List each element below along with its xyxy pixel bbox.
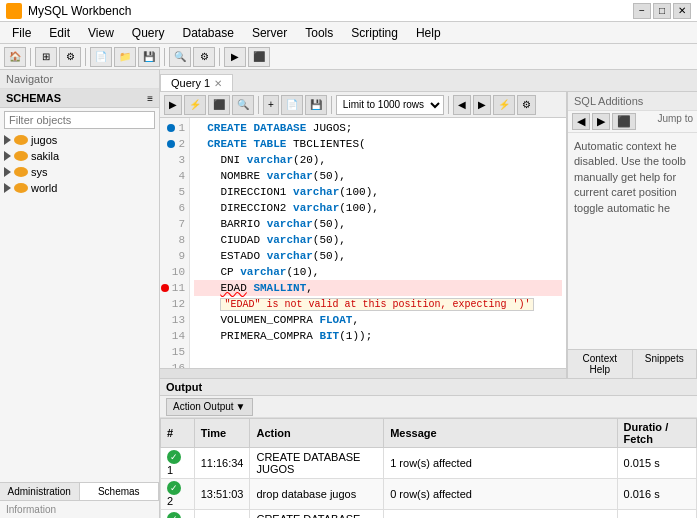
additions-bottom: Context Help Snippets — [568, 349, 697, 378]
schema-item-jugos[interactable]: jugos — [0, 132, 159, 148]
line-num-1: 1 — [160, 120, 189, 136]
toolbar-inspector[interactable]: 🔍 — [169, 47, 191, 67]
line-num-4: 4 — [160, 168, 189, 184]
stop-btn[interactable]: ⬛ — [208, 95, 230, 115]
cell-time: 13:51:03 — [194, 479, 250, 510]
snippets-btn[interactable]: Snippets — [633, 350, 698, 378]
additions-stop-btn[interactable]: ⬛ — [612, 113, 636, 130]
schema-item-sys[interactable]: sys — [0, 164, 159, 180]
toolbar-extra2[interactable]: ⬛ — [248, 47, 270, 67]
status-icon: ✓ — [167, 481, 181, 495]
minimize-button[interactable]: − — [633, 3, 651, 19]
line-marker-1 — [167, 124, 175, 132]
schema-item-world[interactable]: world — [0, 180, 159, 196]
additions-fwd-btn[interactable]: ▶ — [592, 113, 610, 130]
code-line-5: DIRECCION1 varchar(100), — [194, 184, 562, 200]
new-tab-btn[interactable]: + — [263, 95, 279, 115]
limit-select[interactable]: Limit to 1000 rows — [336, 95, 444, 115]
toolbar-sep-3 — [164, 48, 165, 66]
line-marker-2 — [167, 140, 175, 148]
main-toolbar: 🏠 ⊞ ⚙ 📄 📁 💾 🔍 ⚙ ▶ ⬛ — [0, 44, 697, 70]
menu-query[interactable]: Query — [124, 24, 173, 42]
flash-btn[interactable]: ⚡ — [493, 95, 515, 115]
open-btn[interactable]: 📄 — [281, 95, 303, 115]
toolbar-manage-conn[interactable]: ⚙ — [59, 47, 81, 67]
toolbar-options[interactable]: ⚙ — [193, 47, 215, 67]
menu-file[interactable]: File — [4, 24, 39, 42]
toolbar-new-schema[interactable]: 📄 — [90, 47, 112, 67]
line-num-16: 16 — [160, 360, 189, 368]
filter-box — [4, 111, 155, 129]
code-line-14: PRIMERA_COMPRA BIT(1)); — [194, 328, 562, 344]
menu-edit[interactable]: Edit — [41, 24, 78, 42]
query-tab-close[interactable]: ✕ — [214, 78, 222, 89]
nav-tabs: Administration Schemas — [0, 482, 159, 500]
code-lines[interactable]: CREATE DATABASE JUGOS; CREATE TABLE TBCL… — [190, 118, 566, 368]
cell-status: ✓ 3 — [161, 510, 195, 519]
toolbar-new-conn[interactable]: ⊞ — [35, 47, 57, 67]
toolbar-home[interactable]: 🏠 — [4, 47, 26, 67]
output-toolbar: Action Output ▼ — [160, 396, 697, 418]
toolbar-sep-2 — [85, 48, 86, 66]
prev-btn[interactable]: ◀ — [453, 95, 471, 115]
line-num-11: 11 — [160, 280, 189, 296]
cell-action: CREATE DATABASE JUGOS — [250, 448, 384, 479]
horizontal-scrollbar[interactable] — [160, 368, 566, 378]
menu-database[interactable]: Database — [175, 24, 242, 42]
tab-administration[interactable]: Administration — [0, 483, 80, 500]
line-marker-11 — [161, 284, 169, 292]
code-line-12: "EDAD" is not valid at this position, ex… — [194, 296, 562, 312]
save-btn[interactable]: 💾 — [305, 95, 327, 115]
editor-sep-3 — [448, 96, 449, 114]
menu-tools[interactable]: Tools — [297, 24, 341, 42]
schema-item-sakila[interactable]: sakila — [0, 148, 159, 164]
toolbar-open[interactable]: 📁 — [114, 47, 136, 67]
menu-scripting[interactable]: Scripting — [343, 24, 406, 42]
line-num-12: 12 — [160, 296, 189, 312]
schema-name: jugos — [31, 134, 57, 146]
code-area[interactable]: 1 2 3 4 5 6 7 8 9 10 11 12 13 14 — [160, 118, 566, 368]
code-line-4: NOMBRE varchar(50), — [194, 168, 562, 184]
maximize-button[interactable]: □ — [653, 3, 671, 19]
line-num-5: 5 — [160, 184, 189, 200]
menu-help[interactable]: Help — [408, 24, 449, 42]
query-tab-1[interactable]: Query 1 ✕ — [160, 74, 233, 91]
editor-sep-1 — [258, 96, 259, 114]
context-help-btn[interactable]: Context Help — [568, 350, 633, 378]
col-action: Action — [250, 419, 384, 448]
line-num-2: 2 — [160, 136, 189, 152]
action-output-btn[interactable]: Action Output ▼ — [166, 398, 253, 416]
line-num-14: 14 — [160, 328, 189, 344]
filter-input[interactable] — [4, 111, 155, 129]
cell-time: 14:19:44 — [194, 510, 250, 519]
menu-server[interactable]: Server — [244, 24, 295, 42]
code-line-10: CP varchar(10), — [194, 264, 562, 280]
col-duration: Duratio / Fetch — [617, 419, 696, 448]
col-hash: # — [161, 419, 195, 448]
code-line-15 — [194, 344, 562, 360]
cell-duration: 0.015 s — [617, 448, 696, 479]
toolbar-extra1[interactable]: ▶ — [224, 47, 246, 67]
more-btn[interactable]: ⚙ — [517, 95, 536, 115]
additions-back-btn[interactable]: ◀ — [572, 113, 590, 130]
menu-view[interactable]: View — [80, 24, 122, 42]
cell-message: 0 row(s) affected — [384, 479, 617, 510]
db-icon — [14, 135, 28, 145]
code-line-13: VOLUMEN_COMPRA FLOAT, — [194, 312, 562, 328]
explain-btn[interactable]: 🔍 — [232, 95, 254, 115]
code-line-2: CREATE TABLE TBCLIENTES( — [194, 136, 562, 152]
line-num-13: 13 — [160, 312, 189, 328]
run-btn[interactable]: ▶ — [164, 95, 182, 115]
window-controls: − □ ✕ — [633, 3, 691, 19]
output-table: # Time Action Message Duratio / Fetch ✓ … — [160, 418, 697, 518]
additions-text: Automatic context he disabled. Use the t… — [568, 133, 697, 222]
schema-name: world — [31, 182, 57, 194]
navigator-panel: Navigator SCHEMAS ≡ jugos sakila sys — [0, 70, 160, 518]
next-btn[interactable]: ▶ — [473, 95, 491, 115]
table-row: ✓ 2 13:51:03 drop database jugos 0 row(s… — [161, 479, 697, 510]
tab-schemas[interactable]: Schemas — [80, 483, 160, 500]
schemas-expand-icon[interactable]: ≡ — [147, 93, 153, 104]
run-current-btn[interactable]: ⚡ — [184, 95, 206, 115]
toolbar-save[interactable]: 💾 — [138, 47, 160, 67]
close-button[interactable]: ✕ — [673, 3, 691, 19]
